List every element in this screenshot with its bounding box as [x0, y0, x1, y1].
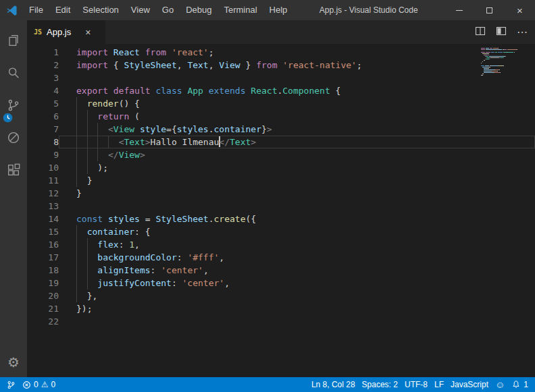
- indent-guide: [108, 136, 109, 148]
- code-line[interactable]: 14const styles = StyleSheet.create({: [27, 213, 535, 225]
- code-line[interactable]: 5 render() {: [27, 97, 535, 110]
- code-line[interactable]: 19 justifyContent: 'center',: [27, 277, 535, 289]
- tab-appjs[interactable]: JS App.js ×: [27, 20, 105, 44]
- search-icon[interactable]: [0, 57, 27, 89]
- indent-guide: [76, 123, 77, 136]
- minimize-icon: [456, 10, 463, 11]
- code-line[interactable]: 21});: [27, 302, 535, 315]
- line-number: 2: [27, 59, 59, 72]
- line-number: 8: [27, 136, 59, 148]
- indentation-setting[interactable]: Spaces: 2: [362, 380, 398, 389]
- explorer-icon[interactable]: [0, 24, 27, 57]
- line-number: 18: [27, 264, 59, 277]
- indent-guide: [87, 161, 88, 174]
- maximize-button[interactable]: [474, 0, 505, 20]
- line-number: 19: [27, 277, 59, 289]
- source-control-icon[interactable]: [0, 89, 27, 121]
- vscode-window: File Edit Selection View Go Debug Termin…: [0, 0, 535, 392]
- code-editor[interactable]: 1import React from 'react';2import { Sty…: [27, 44, 535, 377]
- line-number: 1: [27, 46, 59, 59]
- bell-icon: [511, 380, 521, 389]
- indent-guide: [76, 289, 77, 302]
- editor-actions: ⋯: [475, 20, 528, 44]
- menu-terminal[interactable]: Terminal: [218, 0, 263, 20]
- warning-icon: ⚠: [41, 381, 49, 389]
- indent-guide: [97, 136, 98, 148]
- debug-icon[interactable]: [0, 121, 27, 154]
- minimize-button[interactable]: [444, 0, 474, 20]
- code-line[interactable]: 22: [27, 315, 535, 328]
- status-left: 0 ⚠ 0: [7, 380, 55, 389]
- code-line[interactable]: 17 backgroundColor: '#fff',: [27, 251, 535, 264]
- line-number: 4: [27, 84, 59, 97]
- cursor-position[interactable]: Ln 8, Col 28: [311, 380, 355, 389]
- notification-count: 1: [524, 380, 528, 389]
- code-line[interactable]: 8 <Text>Hallo Ilmenau</Text>: [27, 136, 535, 148]
- more-actions-icon[interactable]: ⋯: [517, 27, 528, 38]
- close-button[interactable]: ×: [505, 0, 535, 20]
- eol-setting[interactable]: LF: [434, 380, 444, 389]
- code-line[interactable]: 11 }: [27, 174, 535, 187]
- git-branch-icon[interactable]: [7, 381, 16, 389]
- menu-view[interactable]: View: [125, 0, 156, 20]
- language-mode[interactable]: JavaScript: [451, 380, 488, 389]
- split-editor-icon[interactable]: [475, 26, 486, 39]
- line-number: 9: [27, 148, 59, 161]
- close-tab-icon[interactable]: ×: [85, 28, 91, 37]
- indent-guide: [97, 123, 98, 136]
- code-line[interactable]: 12}: [27, 187, 535, 200]
- editor-layout-icon[interactable]: [496, 26, 507, 39]
- line-number: 17: [27, 251, 59, 264]
- settings-gear-icon[interactable]: ⚙: [7, 356, 20, 369]
- line-number: 7: [27, 123, 59, 136]
- line-number: 14: [27, 213, 59, 225]
- line-number: 16: [27, 238, 59, 251]
- indent-guide: [76, 110, 77, 123]
- vscode-logo-icon: [0, 5, 23, 16]
- code-line[interactable]: 20 },: [27, 289, 535, 302]
- menu-edit[interactable]: Edit: [49, 0, 76, 20]
- error-count: 0: [34, 380, 39, 389]
- indent-guide: [76, 97, 77, 110]
- indent-guide: [76, 174, 77, 187]
- code-line[interactable]: 15 container: {: [27, 225, 535, 238]
- error-icon: [22, 381, 31, 389]
- code-line[interactable]: 6 return (: [27, 110, 535, 123]
- code-line[interactable]: 16 flex: 1,: [27, 238, 535, 251]
- code-line[interactable]: 3: [27, 72, 535, 84]
- editor-lines: 1import React from 'react';2import { Sty…: [27, 46, 535, 328]
- code-line[interactable]: 7 <View style={styles.container}>: [27, 123, 535, 136]
- code-line[interactable]: 10 );: [27, 161, 535, 174]
- line-number: 22: [27, 315, 59, 328]
- indent-guide: [76, 277, 77, 289]
- line-number: 15: [27, 225, 59, 238]
- code-line[interactable]: 9 </View>: [27, 148, 535, 161]
- code-line[interactable]: 13: [27, 200, 535, 213]
- indent-guide: [76, 238, 77, 251]
- line-number: 11: [27, 174, 59, 187]
- menu-go[interactable]: Go: [156, 0, 180, 20]
- menu-selection[interactable]: Selection: [76, 0, 124, 20]
- extensions-icon[interactable]: [0, 154, 27, 186]
- notifications-bell[interactable]: 1: [511, 380, 528, 389]
- indent-guide: [87, 238, 88, 251]
- menu-bar: File Edit Selection View Go Debug Termin…: [23, 0, 293, 20]
- indent-guide: [76, 136, 77, 148]
- code-line[interactable]: 4export default class App extends React.…: [27, 84, 535, 97]
- code-line[interactable]: 2import { StyleSheet, Text, View } from …: [27, 59, 535, 72]
- feedback-smiley-icon[interactable]: ☺: [495, 380, 505, 389]
- code-line[interactable]: 1import React from 'react';: [27, 46, 535, 59]
- indent-guide: [97, 148, 98, 161]
- line-number: 5: [27, 97, 59, 110]
- window-controls: ×: [444, 0, 535, 20]
- code-line[interactable]: 18 alignItems: 'center',: [27, 264, 535, 277]
- status-bar: 0 ⚠ 0 Ln 8, Col 28 Spaces: 2 UTF-8 LF Ja…: [0, 377, 535, 392]
- menu-help[interactable]: Help: [263, 0, 294, 20]
- problems-indicator[interactable]: 0 ⚠ 0: [22, 380, 55, 389]
- encoding-setting[interactable]: UTF-8: [405, 380, 428, 389]
- menu-debug[interactable]: Debug: [180, 0, 218, 20]
- minimap[interactable]: [481, 48, 526, 78]
- indent-guide: [76, 264, 77, 277]
- menu-file[interactable]: File: [23, 0, 49, 20]
- line-number: 6: [27, 110, 59, 123]
